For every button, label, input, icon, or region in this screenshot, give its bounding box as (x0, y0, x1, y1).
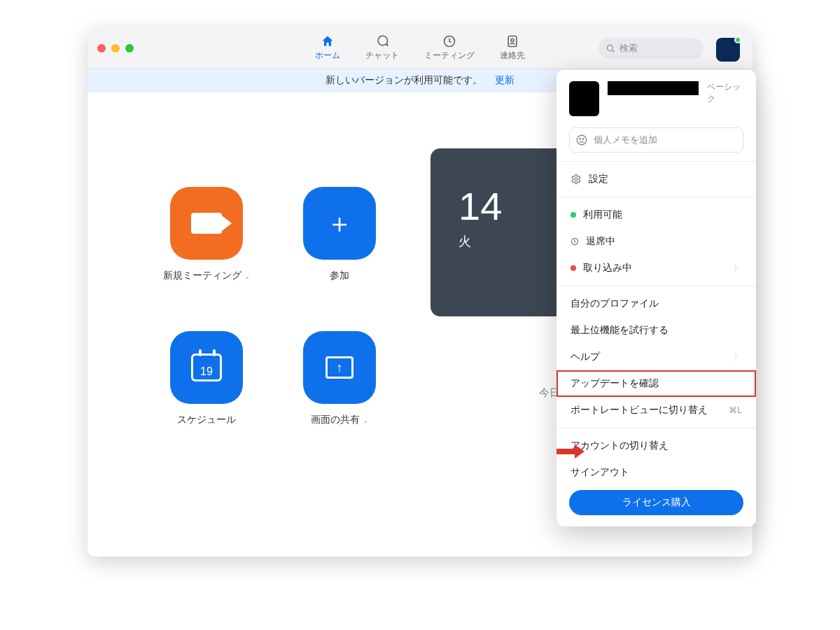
menu-item-label: ポートレートビューに切り替え (570, 404, 708, 416)
share-screen-icon: ↑ (303, 331, 376, 404)
menu-item-label: アカウントの切り替え (570, 440, 668, 452)
search-icon (606, 43, 615, 53)
tile-label: スケジュール (177, 414, 236, 426)
account-plan: ベーシック (707, 81, 743, 105)
menu-item-label: 取り込み中 (583, 262, 632, 274)
home-icon (321, 34, 335, 48)
traffic-lights (97, 44, 134, 52)
divider (556, 161, 756, 162)
menu-item-label: 最上位機能を試行する (570, 324, 668, 337)
memo-placeholder: 個人メモを追加 (594, 134, 657, 146)
menu-item-portrait-view[interactable]: ポートレートビューに切り替え⌘L (556, 397, 756, 424)
join-tile[interactable]: ＋ 参加 (280, 187, 399, 282)
divider (556, 197, 756, 197)
svg-point-3 (607, 45, 612, 50)
video-icon (170, 187, 243, 260)
smiley-icon (575, 134, 588, 146)
profile-avatar-button[interactable] (716, 38, 740, 62)
new-meeting-tile[interactable]: 新規ミーティング⌄ (147, 187, 266, 282)
maximize-window-button[interactable] (125, 44, 134, 52)
tab-label: 連絡先 (500, 50, 525, 62)
contacts-icon (505, 34, 519, 48)
svg-point-2 (511, 38, 514, 41)
tab-home[interactable]: ホーム (315, 34, 340, 62)
tab-label: ミーティング (424, 50, 475, 62)
menu-item-check-update[interactable]: アップデートを確認 (556, 370, 756, 397)
minimize-window-button[interactable] (111, 44, 120, 52)
titlebar: ホーム チャット ミーティング 連絡先 検索 (88, 28, 752, 69)
menu-item-status-available[interactable]: 利用可能 (556, 202, 756, 228)
divider (556, 286, 756, 286)
svg-point-6 (583, 139, 584, 140)
chevron-right-icon: 〉 (734, 351, 742, 363)
avatar (569, 81, 599, 116)
share-screen-tile[interactable]: ↑ 画面の共有⌄ (280, 331, 399, 426)
status-dnd-icon (570, 265, 576, 271)
menu-item-profile[interactable]: 自分のプロファイル (556, 290, 756, 317)
menu-item-label: 設定 (589, 173, 608, 186)
license-button-label: ライセンス購入 (622, 496, 691, 509)
menu-item-label: アップデートを確認 (570, 377, 659, 390)
action-tiles: 新規ミーティング⌄ ＋ 参加 19 スケジュール ↑ 画面の共有⌄ (147, 187, 399, 426)
menu-item-settings[interactable]: 設定 (556, 166, 756, 192)
banner-update-link[interactable]: 更新 (495, 74, 514, 87)
user-name-redacted (608, 81, 699, 95)
profile-menu: ベーシック 個人メモを追加 設定 利用可能 退席中 取り込み (556, 70, 756, 526)
keyboard-shortcut: ⌘L (729, 405, 742, 415)
menu-item-status-dnd[interactable]: 取り込み中 〉 (556, 255, 756, 281)
status-available-icon (570, 212, 576, 218)
close-window-button[interactable] (97, 44, 106, 52)
tab-label: ホーム (315, 50, 340, 62)
chat-icon (375, 34, 389, 48)
gear-icon (570, 174, 582, 185)
schedule-tile[interactable]: 19 スケジュール (147, 331, 266, 426)
buy-license-button[interactable]: ライセンス購入 (569, 490, 743, 515)
svg-point-5 (580, 139, 581, 140)
menu-item-label: 自分のプロファイル (570, 298, 659, 310)
status-away-icon (570, 237, 579, 246)
menu-item-status-away[interactable]: 退席中 (556, 228, 756, 255)
menu-item-label: サインアウト (570, 466, 629, 479)
tab-label: チャット (365, 50, 399, 62)
banner-text: 新しいバージョンが利用可能です。 (326, 74, 482, 87)
status-indicator-icon (734, 36, 741, 43)
menu-item-help[interactable]: ヘルプ〉 (556, 344, 756, 370)
chevron-down-icon: ⌄ (363, 416, 368, 424)
divider (556, 428, 756, 428)
menu-item-sign-out[interactable]: サインアウト (556, 459, 756, 486)
tab-chat[interactable]: チャット (365, 34, 399, 62)
menu-header: ベーシック (556, 81, 756, 125)
tab-contacts[interactable]: 連絡先 (500, 34, 525, 62)
svg-point-7 (575, 178, 578, 181)
svg-point-4 (577, 135, 587, 145)
app-window: ホーム チャット ミーティング 連絡先 検索 新しいバージョンが利用可能です。 (88, 28, 752, 556)
menu-item-try-top-features[interactable]: 最上位機能を試行する (556, 317, 756, 344)
menu-item-label: ヘルプ (570, 351, 600, 363)
tile-label: 新規ミーティング (163, 270, 241, 282)
menu-item-switch-account[interactable]: アカウントの切り替え (556, 433, 756, 459)
search-placeholder: 検索 (620, 42, 638, 55)
tile-label: 画面の共有 (311, 414, 360, 426)
tab-meetings[interactable]: ミーティング (424, 34, 475, 62)
search-input[interactable]: 検索 (598, 38, 704, 59)
personal-note-input[interactable]: 個人メモを追加 (569, 127, 743, 153)
plus-icon: ＋ (303, 187, 376, 260)
clock-icon (442, 34, 456, 48)
chevron-right-icon: 〉 (734, 262, 742, 274)
calendar-icon: 19 (170, 331, 243, 404)
menu-item-label: 利用可能 (583, 209, 622, 221)
main-tabs: ホーム チャット ミーティング 連絡先 (315, 34, 525, 62)
menu-item-label: 退席中 (586, 235, 615, 248)
chevron-down-icon: ⌄ (244, 272, 250, 280)
tile-label: 参加 (330, 270, 349, 282)
